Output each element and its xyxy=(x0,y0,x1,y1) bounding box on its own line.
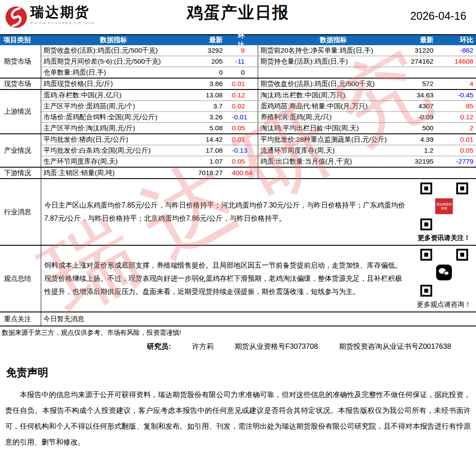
indicator-label: 期货收盘价(活跃):鸡蛋(日,元/500千克) xyxy=(41,45,186,55)
latest-value: 34.63 xyxy=(409,91,444,99)
table-row: 仓单数量:鸡蛋(日,手)00 xyxy=(41,67,476,78)
qr-finder-icon xyxy=(456,183,468,194)
indicator-label: 期货收盘价(活跃):鸡蛋(日,元/500千克) xyxy=(258,79,409,89)
table-section: 下游情况鸡蛋:主销区:销量(周,吨)7018.27400.64 xyxy=(0,168,476,179)
indicator-label: 生产环节周度库存(周,天) xyxy=(41,156,186,166)
change-value: 0.12 xyxy=(232,91,258,99)
indicator-label: 主产区平均价:淘汰鸡(周,元/斤) xyxy=(41,123,186,133)
indicator-label: 期货持仓量(活跃):鸡蛋(日,手) xyxy=(258,56,409,67)
indicator-label: 蛋鸡鸡苗:商品代:销量:中国(月,万只) xyxy=(258,101,409,111)
change-value: 0.02 xyxy=(232,102,258,110)
researcher-line: 研究员: 许方莉 期货从业资格号F3073708 期货投资咨询从业证书号Z001… xyxy=(0,338,476,351)
category-label: 重点关注 xyxy=(0,312,41,326)
indicator-label: 市场价:蛋鸡配合饲料:全国(周,元/公斤) xyxy=(41,112,186,122)
change-value: -0.45 xyxy=(444,91,476,99)
latest-value: 3.7 xyxy=(186,102,232,110)
indicator-label: 主产区平均价:蛋鸡苗(周,元/个) xyxy=(41,101,186,111)
table-section: 产业情况平均批发价:猪肉(日,元/公斤)14.420.01平均批发价:28种重点… xyxy=(0,134,476,168)
latest-value: 7018.27 xyxy=(186,168,232,177)
change-value: -0.01 xyxy=(232,113,258,121)
indicator-label: 鸡蛋:出口数量:当月值(月,千克) xyxy=(258,156,409,167)
category-label: 下游情况 xyxy=(0,168,41,178)
latest-value: 4.39 xyxy=(409,135,444,143)
indicator-label: 鸡蛋期货月间价差(5-6):(日,元/500千克) xyxy=(41,56,186,66)
latest-value: 5.08 xyxy=(186,124,232,132)
researcher-name: 许方莉 xyxy=(192,342,214,351)
table-section: 现货市场鸡蛋现货价格(日,元/斤)3.860.01期货收盘价(活跃):鸡蛋(日,… xyxy=(0,79,476,90)
report-date: 2026-04-16 xyxy=(410,10,466,22)
section-text: 今日暂无消息 xyxy=(41,313,476,325)
qr-finder-icon xyxy=(420,249,432,261)
section-rows: 平均批发价:猪肉(日,元/公斤)14.420.01平均批发价:28种重点监测蔬菜… xyxy=(41,134,476,167)
section-rows: 蛋鸡:存栏数:中国(月,亿只)13.080.12淘汰鸡:出栏数:中国(周,万只)… xyxy=(41,90,476,133)
change-value: -2779 xyxy=(444,157,476,165)
section-content: 饲料成本上涨对蛋价形成底部支撑，养殖端惜售挺价。且局部地区因五一节前备货提前启动… xyxy=(41,246,476,312)
latest-value: 14.42 xyxy=(186,135,232,143)
category-label: 观点总结 xyxy=(0,246,41,312)
change-value: 0.01 xyxy=(232,135,258,143)
latest-value: 274162 xyxy=(409,57,444,65)
risk-note: 数据来源于第三方，观点仅供参考。市场有风险，投资需谨慎! xyxy=(0,326,476,338)
change-value: -0.13 xyxy=(232,146,258,154)
disclaimer-title: 免责声明 xyxy=(6,365,471,380)
qr-block: 瑞达期货研究院更多资讯请关注！ xyxy=(412,180,476,244)
researcher-advisor-cert: 期货投资咨询从业证书号Z0017638 xyxy=(339,342,451,351)
section-rows: 鸡蛋现货价格(日,元/斤)3.860.01期货收盘价(活跃):鸡蛋(日,元/50… xyxy=(41,79,476,89)
latest-value: -0.09 xyxy=(409,113,444,121)
report-header: 瑞达期货 RUIDA FUTURES CO.,LTD. 鸡蛋产业日报 2026-… xyxy=(0,0,476,34)
table-row: 生产环节周度库存(周,天)1.070.05鸡蛋:出口数量:当月值(月,千克)32… xyxy=(41,156,476,167)
column-header: 项目类别 xyxy=(0,36,41,45)
indicator-label: 淘汰鸡:出栏数:中国(周,万只) xyxy=(258,90,409,100)
table-row: 蛋鸡:存栏数:中国(月,亿只)13.080.12淘汰鸡:出栏数:中国(周,万只)… xyxy=(41,90,476,100)
section-text: 今日主产区山东鸡蛋均价7.85元/公斤，与昨日价格持平；河北鸡蛋均价7.30元/… xyxy=(41,195,412,229)
table-section: 期货市场期货收盘价(活跃):鸡蛋(日,元/500千克)32929期货前20名持仓… xyxy=(0,45,476,79)
latest-value: 3292 xyxy=(186,46,232,54)
change-value: 0.12 xyxy=(444,113,476,121)
change-value: 400.64 xyxy=(232,168,258,177)
latest-value: 13.08 xyxy=(186,91,232,99)
indicator-label: 平均批发价:28种重点监测蔬菜(日,元/公斤) xyxy=(258,134,409,145)
change-value: 0.05 xyxy=(232,124,258,132)
qr-code: 瑞达期货研究院 xyxy=(420,182,469,231)
change-value: 0.01 xyxy=(232,79,258,88)
change-value: -862 xyxy=(444,46,476,54)
latest-value: 3.86 xyxy=(186,79,232,88)
column-header: 最新 xyxy=(186,36,232,45)
latest-value: 17.08 xyxy=(186,146,232,154)
change-value: -11 xyxy=(232,57,258,65)
change-value: 0.05 xyxy=(232,157,258,165)
qr-caption: 更多观点请咨询！ xyxy=(417,300,471,309)
qr-finder-icon xyxy=(420,183,432,194)
qr-finder-icon xyxy=(420,285,432,297)
researcher-label: 研究员: xyxy=(147,342,171,351)
qr-block: 更多观点请咨询！ xyxy=(412,247,476,311)
category-label: 上游情况 xyxy=(0,90,41,133)
section-rows: 期货收盘价(活跃):鸡蛋(日,元/500千克)32929期货前20名持仓:净买单… xyxy=(41,45,476,78)
change-value: 14608 xyxy=(444,57,476,65)
latest-value: 572 xyxy=(409,79,444,88)
data-table: 项目类别 数据指标 最新 环比 数据指标 最新 环比 期货市场期货收盘价(活跃)… xyxy=(0,34,476,326)
qr-code xyxy=(420,248,469,297)
change-value: 4 xyxy=(444,79,476,88)
column-header: 最新 xyxy=(409,36,444,45)
latest-value: 32195 xyxy=(409,157,444,165)
table-row: 期货收盘价(活跃):鸡蛋(日,元/500千克)32929期货前20名持仓:净买单… xyxy=(41,45,476,56)
wechat-icon xyxy=(436,265,452,280)
change-value: 0 xyxy=(232,68,258,76)
report-page: 瑞达期货 RUIDA FUTURES CO.,LTD. 鸡蛋产业日报 2026-… xyxy=(0,0,476,455)
category-label: 产业情况 xyxy=(0,134,41,167)
change-value: 85 xyxy=(444,102,476,110)
latest-value: 0 xyxy=(186,68,232,76)
indicator-label: 平均批发价:猪肉(日,元/公斤) xyxy=(41,134,186,144)
change-value: 9 xyxy=(232,46,258,54)
indicator-label: 期货前20名持仓:净买单量:鸡蛋(日,手) xyxy=(258,45,409,56)
table-row: 鸡蛋:主销区:销量(周,吨)7018.27400.64 xyxy=(41,168,476,178)
researcher-qualification: 期货从业资格号F3073708 xyxy=(235,342,318,351)
table-header-row: 项目类别 数据指标 最新 环比 数据指标 最新 环比 xyxy=(0,34,476,45)
category-label: 期货市场 xyxy=(0,45,41,78)
column-header: 环比 xyxy=(444,36,476,45)
table-row: 主产区平均价:蛋鸡苗(周,元/个)3.70.02蛋鸡鸡苗:商品代:销量:中国(月… xyxy=(41,100,476,111)
qr-center-badge: 瑞达期货研究院 xyxy=(435,198,453,214)
indicator-label: 仓单数量:鸡蛋(日,手) xyxy=(41,67,186,77)
table-row: 鸡蛋期货月间价差(5-6):(日,元/500千克)205-11期货持仓量(活跃)… xyxy=(41,56,476,67)
